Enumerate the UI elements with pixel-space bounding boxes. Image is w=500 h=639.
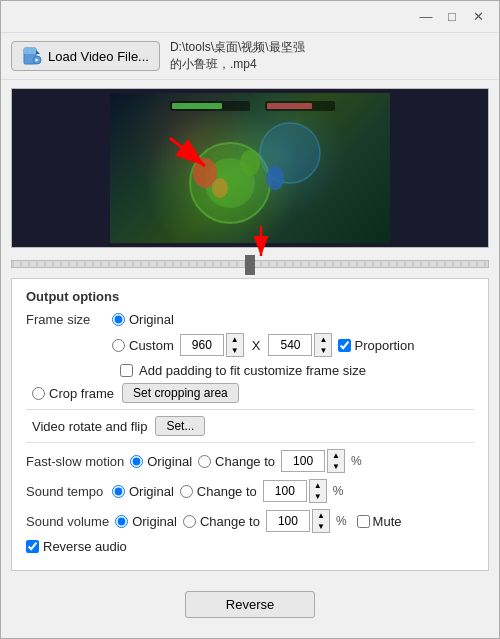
sound-volume-row: Sound volume Original Change to ▲ ▼ % Mu… (26, 509, 474, 533)
height-spinner-btns: ▲ ▼ (314, 333, 332, 357)
volume-change-label[interactable]: Change to (183, 514, 260, 529)
main-window: — □ ✕ Load Video File... D:\tools\桌面\视频\… (0, 0, 500, 639)
motion-change-radio[interactable] (198, 455, 211, 468)
crop-row: Crop frame Set cropping area (32, 383, 474, 403)
volume-up-btn[interactable]: ▲ (313, 510, 329, 521)
load-button-label: Load Video File... (48, 49, 149, 64)
frame-size-label: Frame size (26, 312, 106, 327)
volume-down-btn[interactable]: ▼ (313, 521, 329, 532)
video-rotate-label: Video rotate and flip (32, 419, 147, 434)
height-input[interactable] (268, 334, 312, 356)
original-radio-label[interactable]: Original (112, 312, 174, 327)
tempo-original-text: Original (129, 484, 174, 499)
timeline-track[interactable] (11, 260, 489, 268)
svg-rect-16 (267, 103, 312, 109)
minimize-button[interactable]: — (413, 6, 439, 28)
custom-radio-label[interactable]: Custom (112, 338, 174, 353)
mute-label: Mute (373, 514, 402, 529)
reverse-button[interactable]: Reverse (185, 591, 315, 618)
motion-up-btn[interactable]: ▲ (328, 450, 344, 461)
mute-checkbox[interactable] (357, 515, 370, 528)
motion-down-btn[interactable]: ▼ (328, 461, 344, 472)
custom-radio[interactable] (112, 339, 125, 352)
timeline-thumb[interactable] (245, 255, 255, 275)
volume-original-label[interactable]: Original (115, 514, 177, 529)
tempo-down-btn[interactable]: ▼ (310, 491, 326, 502)
motion-original-text: Original (147, 454, 192, 469)
divider-2 (26, 442, 474, 443)
titlebar: — □ ✕ (1, 1, 499, 33)
crop-radio[interactable] (32, 387, 45, 400)
proportion-checkbox[interactable] (338, 339, 351, 352)
svg-point-11 (266, 166, 284, 190)
divider-1 (26, 409, 474, 410)
custom-row: Custom ▲ ▼ X ▲ ▼ Proportion (26, 333, 474, 357)
tempo-change-label[interactable]: Change to (180, 484, 257, 499)
original-label: Original (129, 312, 174, 327)
mute-label-wrap[interactable]: Mute (357, 514, 402, 529)
set-cropping-button[interactable]: Set cropping area (122, 383, 239, 403)
timeline-area (11, 254, 489, 274)
reverse-audio-label: Reverse audio (43, 539, 127, 554)
video-preview (12, 89, 488, 247)
svg-marker-1 (36, 50, 40, 54)
fast-slow-label: Fast-slow motion (26, 454, 124, 469)
volume-original-text: Original (132, 514, 177, 529)
maximize-button[interactable]: □ (439, 6, 465, 28)
volume-percent: % (336, 514, 347, 528)
rotate-row: Video rotate and flip Set... (32, 416, 474, 436)
fast-slow-row: Fast-slow motion Original Change to ▲ ▼ … (26, 449, 474, 473)
tempo-input[interactable] (263, 480, 307, 502)
proportion-label: Proportion (354, 338, 414, 353)
game-svg (110, 93, 390, 243)
tempo-original-label[interactable]: Original (112, 484, 174, 499)
crop-radio-label[interactable]: Crop frame (32, 386, 114, 401)
reverse-audio-checkbox[interactable] (26, 540, 39, 553)
load-video-button[interactable]: Load Video File... (11, 41, 160, 71)
width-up-btn[interactable]: ▲ (227, 334, 243, 345)
height-down-btn[interactable]: ▼ (315, 345, 331, 356)
volume-original-radio[interactable] (115, 515, 128, 528)
rotate-set-button[interactable]: Set... (155, 416, 205, 436)
width-input[interactable] (180, 334, 224, 356)
tempo-original-radio[interactable] (112, 485, 125, 498)
padding-row: Add padding to fit customize frame size (120, 363, 474, 378)
padding-checkbox[interactable] (120, 364, 133, 377)
motion-original-label[interactable]: Original (130, 454, 192, 469)
padding-label: Add padding to fit customize frame size (139, 363, 366, 378)
volume-spinner-btns: ▲ ▼ (312, 509, 330, 533)
tempo-percent: % (333, 484, 344, 498)
volume-change-radio[interactable] (183, 515, 196, 528)
sound-volume-label: Sound volume (26, 514, 109, 529)
volume-input[interactable] (266, 510, 310, 532)
file-path: D:\tools\桌面\视频\最坚强 的小鲁班，.mp4 (170, 39, 305, 73)
tempo-spinner-btns: ▲ ▼ (309, 479, 327, 503)
sound-tempo-row: Sound tempo Original Change to ▲ ▼ % (26, 479, 474, 503)
original-radio[interactable] (112, 313, 125, 326)
svg-point-10 (240, 150, 260, 176)
frame-size-row: Frame size Original (26, 312, 474, 327)
tempo-change-text: Change to (197, 484, 257, 499)
section-title: Output options (26, 289, 474, 304)
tempo-spinner: ▲ ▼ (263, 479, 327, 503)
volume-spinner: ▲ ▼ (266, 509, 330, 533)
motion-input[interactable] (281, 450, 325, 472)
width-down-btn[interactable]: ▼ (227, 345, 243, 356)
proportion-label-wrap[interactable]: Proportion (338, 338, 414, 353)
tempo-up-btn[interactable]: ▲ (310, 480, 326, 491)
reverse-audio-row: Reverse audio (26, 539, 474, 554)
crop-frame-label: Crop frame (49, 386, 114, 401)
svg-point-12 (212, 178, 228, 198)
motion-change-text: Change to (215, 454, 275, 469)
tempo-change-radio[interactable] (180, 485, 193, 498)
motion-change-label[interactable]: Change to (198, 454, 275, 469)
motion-original-radio[interactable] (130, 455, 143, 468)
close-button[interactable]: ✕ (465, 6, 491, 28)
toolbar: Load Video File... D:\tools\桌面\视频\最坚强 的小… (1, 33, 499, 80)
svg-rect-14 (172, 103, 222, 109)
svg-rect-2 (24, 48, 36, 54)
reverse-audio-label-wrap[interactable]: Reverse audio (26, 539, 127, 554)
reverse-btn-area: Reverse (1, 583, 499, 626)
height-up-btn[interactable]: ▲ (315, 334, 331, 345)
height-spinner: ▲ ▼ (268, 333, 332, 357)
